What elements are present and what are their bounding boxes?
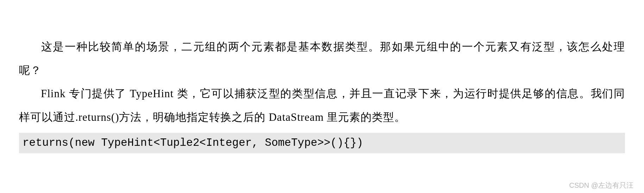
code-text: returns(new TypeHint<Tuple2<Integer, Som… — [23, 137, 363, 149]
document-content: 这是一种比较简单的场景，二元组的两个元素都是基本数据类型。那如果元组中的一个元素… — [0, 0, 644, 185]
paragraph-2: Flink 专门提供了 TypeHint 类，它可以捕获泛型的类型信息，并且一直… — [19, 82, 625, 129]
paragraph-1-text: 这是一种比较简单的场景，二元组的两个元素都是基本数据类型。那如果元组中的一个元素… — [19, 41, 625, 76]
paragraph-2-text: Flink 专门提供了 TypeHint 类，它可以捕获泛型的类型信息，并且一直… — [19, 87, 625, 123]
watermark-text: CSDN @左边有只汪 — [569, 181, 633, 189]
watermark: CSDN @左边有只汪 — [569, 181, 633, 190]
code-block: returns(new TypeHint<Tuple2<Integer, Som… — [19, 133, 625, 154]
paragraph-1: 这是一种比较简单的场景，二元组的两个元素都是基本数据类型。那如果元组中的一个元素… — [19, 35, 625, 82]
